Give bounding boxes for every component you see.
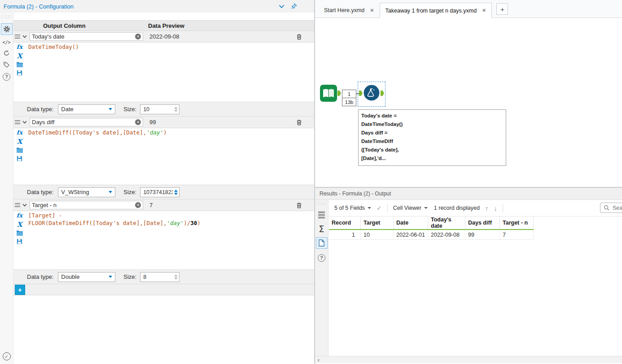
- output-column-input[interactable]: Today's date ✕: [30, 32, 143, 41]
- cell-days-diff[interactable]: 99: [465, 230, 500, 240]
- fields-dropdown[interactable]: 5 of 5 Fields: [334, 205, 365, 211]
- delete-formula-button[interactable]: [296, 119, 302, 126]
- expression-token: [Target] -: [28, 212, 62, 219]
- size-input[interactable]: 10: [140, 104, 180, 114]
- expression-editor[interactable]: DateTimeDiff([Today's date],[Date],'day'…: [26, 128, 314, 185]
- output-column-input[interactable]: Days diff ✕: [30, 118, 143, 126]
- column-header-record[interactable]: Record: [329, 217, 361, 230]
- cell-viewer-dropdown[interactable]: Cell Viewer: [393, 205, 421, 211]
- collapse-chevron-icon[interactable]: [279, 4, 285, 9]
- save-icon[interactable]: [16, 238, 23, 245]
- fx-icon[interactable]: fx: [17, 43, 22, 51]
- data-type-dropdown[interactable]: Double: [58, 272, 115, 282]
- chevron-down-icon[interactable]: [22, 121, 27, 124]
- variables-icon[interactable]: X: [17, 138, 22, 145]
- help-icon[interactable]: ?: [318, 254, 325, 262]
- cell-todays-date[interactable]: 2022-09-08: [428, 230, 465, 240]
- chevron-down-icon: [109, 108, 112, 110]
- column-header-todays-date[interactable]: Today's date: [428, 217, 465, 230]
- drag-handle-icon[interactable]: [15, 203, 20, 207]
- text-input-tool[interactable]: [320, 84, 337, 102]
- pin-icon[interactable]: [291, 3, 297, 9]
- clear-icon[interactable]: ✕: [135, 202, 141, 208]
- output-column-value: Today's date: [32, 33, 135, 40]
- delete-formula-button[interactable]: [296, 33, 302, 40]
- drag-handle-icon[interactable]: [15, 35, 20, 39]
- data-grid-icon[interactable]: [318, 211, 325, 219]
- formula-section: Target - n ✕ 7 fx X [Target] -FL: [13, 199, 314, 284]
- clear-icon[interactable]: ✕: [135, 34, 141, 39]
- data-type-label: Data type:: [27, 106, 53, 113]
- add-formula-button[interactable]: +: [15, 285, 25, 295]
- refresh-icon[interactable]: [3, 50, 10, 56]
- new-tab-button[interactable]: +: [496, 3, 508, 15]
- annotation-line: Days diff =: [361, 129, 503, 137]
- size-stepper[interactable]: [174, 107, 178, 112]
- data-type-dropdown[interactable]: V_WString: [58, 187, 115, 197]
- folder-icon[interactable]: [16, 147, 23, 153]
- tag-icon[interactable]: [3, 61, 10, 68]
- output-column-value: Target - n: [32, 202, 135, 208]
- chevron-down-icon[interactable]: [368, 207, 371, 209]
- chevron-down-icon[interactable]: [424, 207, 428, 209]
- cell-date[interactable]: 2022-06-01: [394, 230, 428, 240]
- horizontal-scrollbar[interactable]: ‹: [315, 356, 622, 363]
- variables-icon[interactable]: X: [17, 221, 22, 228]
- metadata-icon[interactable]: ∑: [319, 225, 324, 232]
- down-arrow-icon[interactable]: ↓: [494, 204, 497, 212]
- cell-record[interactable]: 1: [329, 230, 361, 240]
- size-input[interactable]: 8: [140, 272, 180, 282]
- expression-token: ): [163, 129, 167, 136]
- chevron-down-icon[interactable]: [22, 35, 27, 38]
- save-icon[interactable]: [16, 69, 23, 76]
- up-arrow-icon[interactable]: ↑: [485, 204, 489, 212]
- close-icon[interactable]: ✕: [482, 8, 486, 13]
- search-input[interactable]: [612, 204, 622, 212]
- size-stepper[interactable]: [174, 190, 178, 195]
- folder-icon[interactable]: [16, 61, 23, 68]
- expression-token: DateTimeDiff([Today's date],[Date],: [28, 129, 146, 136]
- close-icon[interactable]: ✕: [370, 8, 374, 13]
- expression-editor[interactable]: DateTimeToday(): [26, 43, 314, 102]
- panel-grip-icon[interactable]: ··········: [316, 202, 327, 205]
- drag-handle-icon[interactable]: [15, 120, 20, 124]
- expression-editor[interactable]: [Target] -FLOOR(DateTimeDiff([Today's da…: [26, 211, 314, 269]
- folder-icon[interactable]: [16, 230, 23, 236]
- panel-grip-icon[interactable]: ··········: [1, 15, 12, 18]
- chevron-down-icon[interactable]: [22, 204, 27, 207]
- expression-token: )/: [184, 220, 190, 226]
- connection-label[interactable]: 1 13b: [342, 90, 356, 106]
- fx-icon[interactable]: fx: [17, 129, 22, 136]
- fx-icon[interactable]: fx: [17, 212, 22, 219]
- clear-icon[interactable]: ✕: [135, 119, 141, 125]
- size-input[interactable]: 1073741823: [140, 187, 180, 197]
- delete-formula-button[interactable]: [296, 202, 302, 209]
- formula-tool[interactable]: [363, 84, 380, 101]
- variables-icon[interactable]: X: [17, 52, 22, 60]
- search-box[interactable]: [600, 203, 622, 213]
- column-header-target[interactable]: Target: [361, 217, 394, 230]
- column-header-days-diff[interactable]: Days diff: [465, 217, 500, 230]
- data-type-dropdown[interactable]: Date: [58, 104, 115, 114]
- code-icon[interactable]: </>: [2, 40, 10, 45]
- alteryx-designer-window: Formula (2) - Configuration ·········· <…: [0, 0, 622, 364]
- tool-annotation[interactable]: Today's date = DateTimeToday() Days diff…: [358, 109, 506, 166]
- tab-takeaway-1[interactable]: Takeaway 1 from target n days.yxmd ✕: [380, 3, 492, 18]
- size-stepper[interactable]: [174, 274, 178, 280]
- column-header-date[interactable]: Date: [394, 217, 428, 230]
- workflow-valid-icon: ✓: [3, 352, 11, 360]
- settings-tab-selected[interactable]: [1, 23, 13, 35]
- apply-check-icon[interactable]: ✓: [377, 204, 382, 212]
- help-icon[interactable]: ?: [3, 73, 10, 81]
- cell-target-n[interactable]: 7: [500, 230, 534, 240]
- cell-target[interactable]: 10: [361, 230, 394, 240]
- tab-start-here[interactable]: Start Here.yxmd ✕: [319, 3, 380, 17]
- column-header-target-n[interactable]: Target - n: [500, 217, 534, 230]
- preview-tab-selected[interactable]: [316, 237, 328, 249]
- workflow-canvas[interactable]: 1 13b Today's date = DateTimeToday() Day…: [315, 18, 622, 186]
- output-column-input[interactable]: Target - n ✕: [30, 201, 143, 209]
- results-panel: Results - Formula (2) - Output ·········…: [315, 187, 622, 364]
- output-anchor[interactable]: [337, 91, 341, 96]
- scroll-left-icon[interactable]: ‹: [315, 357, 322, 363]
- save-icon[interactable]: [16, 155, 23, 162]
